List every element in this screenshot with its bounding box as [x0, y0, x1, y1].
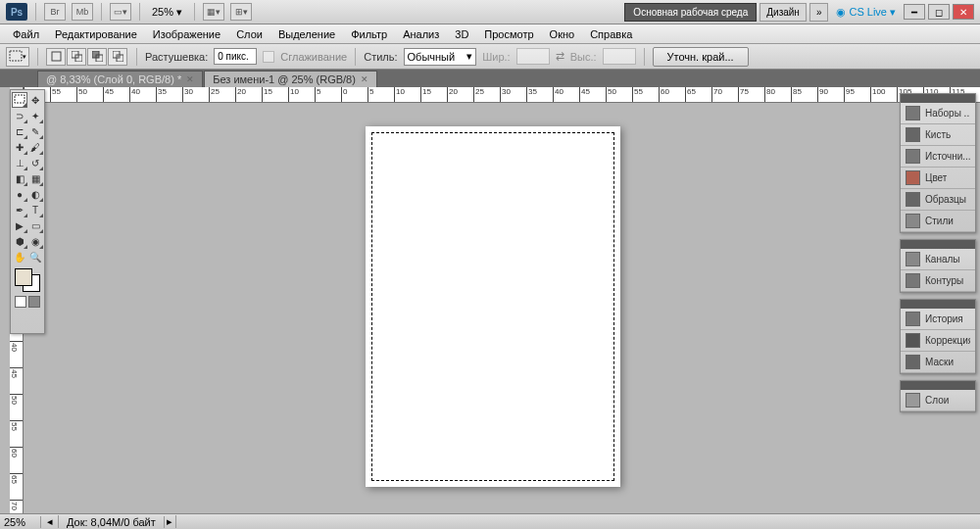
feather-input[interactable]	[214, 48, 257, 65]
path-select-tool[interactable]: ▶	[12, 217, 27, 233]
color-swatches[interactable]	[15, 268, 40, 292]
blur-tool[interactable]: ●	[12, 186, 27, 202]
pen-tool[interactable]: ✒	[12, 202, 27, 217]
panel-item--[interactable]: Каналы	[901, 249, 975, 270]
panel-item--[interactable]: Слои	[901, 390, 975, 411]
panel-group-4: Слои	[900, 380, 976, 412]
workspace-main-button[interactable]: Основная рабочая среда	[624, 3, 757, 22]
menu-view[interactable]: Просмотр	[477, 26, 540, 42]
close-icon[interactable]: ✕	[361, 74, 368, 84]
toolbox: ✥ ⊃ ✦ ⊏ ✎ ✚ 🖌 ⊥ ↺ ◧ ▦ ● ◐ ✒ T ▶ ▭ ⬢ ◉ ✋ …	[10, 89, 45, 334]
style-select[interactable]: Обычный ▾	[404, 48, 477, 66]
menu-file[interactable]: Файл	[6, 26, 46, 42]
type-tool[interactable]: T	[27, 202, 43, 217]
panel-item--[interactable]: Коррекция	[901, 330, 975, 352]
menu-image[interactable]: Изображение	[146, 26, 227, 42]
panel-handle[interactable]	[901, 94, 975, 103]
stamp-tool[interactable]: ⊥	[12, 155, 27, 170]
panel-item--[interactable]: Цвет	[901, 168, 975, 189]
panel-item--[interactable]: Образцы	[901, 189, 975, 211]
panel-label: Контуры	[925, 275, 963, 286]
marquee-rect-icon	[9, 50, 23, 64]
width-input	[516, 48, 550, 65]
ruler-tick: 50	[606, 87, 616, 103]
canvas-viewport[interactable]	[24, 103, 980, 513]
refine-edge-button[interactable]: Уточн. край...	[653, 47, 749, 67]
move-tool[interactable]: ✥	[27, 92, 43, 108]
menu-help[interactable]: Справка	[583, 26, 639, 42]
marquee-tool[interactable]	[12, 92, 27, 108]
current-tool-icon[interactable]: ▾	[6, 47, 29, 67]
panel-handle[interactable]	[901, 381, 975, 390]
menu-3d[interactable]: 3D	[448, 26, 475, 42]
antialias-label: Сглаживание	[280, 51, 347, 63]
quickmask-toggle[interactable]	[15, 296, 40, 310]
zoom-dropdown[interactable]: 25% ▾	[148, 6, 186, 19]
extras-icon[interactable]: ⊞▾	[230, 3, 252, 21]
selection-intersect-button[interactable]	[108, 48, 127, 66]
panel-handle[interactable]	[901, 240, 975, 249]
menu-select[interactable]: Выделение	[271, 26, 342, 42]
3d-camera-tool[interactable]: ◉	[27, 233, 43, 249]
ruler-tick: 80	[764, 87, 775, 103]
panel-item--[interactable]: Контуры	[901, 270, 975, 292]
screen-mode-icon[interactable]: ▭▾	[110, 3, 131, 21]
status-menu-button[interactable]: ▸	[165, 515, 176, 528]
shape-tool[interactable]: ▭	[27, 217, 43, 233]
wand-tool[interactable]: ✦	[27, 108, 43, 123]
svg-rect-9	[15, 95, 24, 103]
zoom-tool[interactable]: 🔍	[27, 249, 43, 264]
document-tab[interactable]: @ 8,33% (Слой 0, RGB/8) * ✕	[37, 71, 203, 87]
menu-analysis[interactable]: Анализ	[396, 26, 446, 42]
panel-icon	[906, 333, 920, 348]
eraser-tool[interactable]: ◧	[12, 170, 27, 186]
window-close-button[interactable]: ✕	[953, 4, 974, 20]
menu-window[interactable]: Окно	[543, 26, 582, 42]
ruler-tick: 100	[870, 87, 885, 103]
status-zoom[interactable]: 25%	[0, 516, 41, 528]
hand-tool[interactable]: ✋	[12, 249, 27, 264]
selection-add-button[interactable]	[67, 48, 86, 66]
panel-item--[interactable]: Кисть	[901, 124, 975, 146]
arrange-icon[interactable]: ▦▾	[203, 3, 224, 21]
document-tab-active[interactable]: Без имени-1 @ 25% (RGB/8) ✕	[204, 71, 377, 87]
eyedropper-tool[interactable]: ✎	[27, 123, 43, 139]
ruler-horizontal[interactable]: 6055504540353025201510505101520253035404…	[24, 87, 980, 103]
lasso-tool[interactable]: ⊃	[12, 108, 27, 123]
separator	[194, 3, 195, 21]
selection-subtract-button[interactable]	[87, 48, 107, 66]
panel-item--[interactable]: История	[901, 309, 975, 330]
document-canvas[interactable]	[366, 126, 620, 487]
panel-label: Коррекция	[925, 335, 970, 346]
dodge-tool[interactable]: ◐	[27, 186, 43, 202]
brush-tool[interactable]: 🖌	[27, 139, 43, 155]
heal-tool[interactable]: ✚	[12, 139, 27, 155]
workspace-more-button[interactable]: »	[809, 3, 829, 22]
gradient-tool[interactable]: ▦	[27, 170, 43, 186]
status-doc-info[interactable]: Док: 8,04M/0 байт	[59, 516, 165, 528]
menu-edit[interactable]: Редактирование	[48, 26, 144, 42]
workspace-design-button[interactable]: Дизайн	[760, 3, 807, 22]
foreground-color[interactable]	[15, 268, 32, 286]
window-maximize-button[interactable]: ◻	[928, 4, 950, 20]
menu-filter[interactable]: Фильтр	[344, 26, 394, 42]
cslive-button[interactable]: ◉ CS Live ▾	[831, 6, 901, 19]
panel-item--[interactable]: Стили	[901, 211, 975, 232]
close-icon[interactable]: ✕	[186, 74, 194, 84]
selection-new-button[interactable]	[46, 48, 66, 66]
panel-item--[interactable]: Наборы ...	[901, 103, 975, 124]
bridge-icon[interactable]: Br	[44, 3, 66, 21]
ruler-tick: 35	[526, 87, 537, 103]
menu-layers[interactable]: Слои	[229, 26, 270, 42]
panel-item--[interactable]: Маски	[901, 352, 975, 373]
crop-tool[interactable]: ⊏	[12, 123, 27, 139]
minibridge-icon[interactable]: Mb	[72, 3, 93, 21]
window-minimize-button[interactable]: ━	[904, 4, 925, 20]
zoom-value: 25%	[152, 6, 173, 18]
selection-mode-group	[46, 48, 128, 66]
panel-handle[interactable]	[901, 300, 975, 309]
3d-tool[interactable]: ⬢	[12, 233, 27, 249]
history-brush-tool[interactable]: ↺	[27, 155, 43, 170]
panel-item--[interactable]: Источни...	[901, 146, 975, 168]
scroll-left-button[interactable]: ◂	[41, 515, 59, 528]
